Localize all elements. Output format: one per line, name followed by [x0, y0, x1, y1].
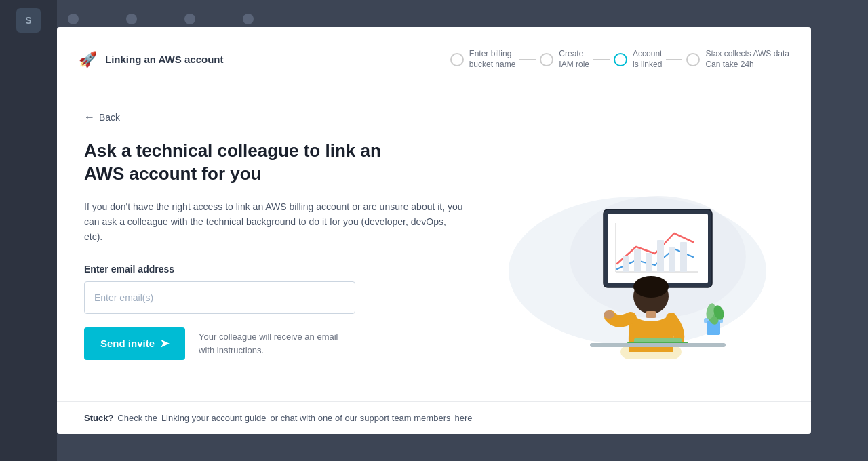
here-link[interactable]: here	[454, 413, 472, 423]
logo-text: S	[25, 15, 31, 26]
modal: 🚀 Linking an AWS account Enter billing b…	[57, 27, 811, 434]
svg-point-14	[604, 310, 614, 319]
svg-rect-7	[623, 256, 629, 272]
bg-dot-2	[126, 14, 137, 24]
step-4: Stax collects AWS data Can take 24h	[686, 49, 789, 70]
step-4-circle	[686, 53, 700, 66]
svg-rect-18	[646, 311, 656, 318]
step-2: Create IAM role	[540, 49, 589, 70]
right-column	[491, 140, 784, 388]
bg-dots	[68, 14, 254, 24]
svg-rect-26	[590, 343, 726, 347]
step-4-line2: Can take 24h	[705, 60, 789, 71]
step-2-line1: Create	[559, 49, 589, 60]
step-2-line2: IAM role	[559, 60, 589, 71]
page-description: If you don't have the right access to li…	[84, 199, 464, 245]
step-1-line2: bucket name	[469, 60, 516, 71]
send-icon: ➤	[160, 337, 169, 350]
step-3: Account is linked	[614, 49, 662, 70]
step-1-label: Enter billing bucket name	[469, 49, 516, 70]
header-title-area: 🚀 Linking an AWS account	[79, 51, 223, 68]
rocket-icon: 🚀	[79, 51, 97, 68]
svg-rect-11	[669, 247, 675, 272]
or-text: or chat with one of our support team mem…	[271, 413, 451, 423]
bg-dot-3	[184, 14, 195, 24]
back-arrow-icon: ←	[84, 111, 95, 123]
steps-nav: Enter billing bucket name Create IAM rol…	[450, 49, 789, 70]
svg-rect-8	[634, 249, 641, 272]
step-4-line1: Stax collects AWS data	[705, 49, 789, 60]
modal-body: ← Back Ask a technical colleague to link…	[57, 92, 811, 401]
step-3-line1: Account	[633, 49, 662, 60]
step-sep-1	[519, 59, 536, 60]
bg-dot-4	[243, 14, 254, 24]
illustration-svg	[522, 169, 753, 359]
step-sep-2	[593, 59, 610, 60]
step-3-line2: is linked	[633, 60, 662, 71]
stuck-label: Stuck?	[84, 413, 113, 423]
step-3-circle	[614, 53, 627, 66]
svg-point-17	[633, 276, 669, 298]
guide-link[interactable]: Linking your account guide	[161, 413, 267, 423]
email-label: Enter email address	[84, 264, 464, 275]
back-button[interactable]: ← Back	[84, 111, 120, 123]
heading-line1: Ask a technical colleague to link an	[84, 140, 381, 161]
heading-line2: AWS account for you	[84, 163, 261, 184]
step-1-circle	[450, 53, 464, 66]
header-title: Linking an AWS account	[105, 54, 223, 65]
step-2-label: Create IAM role	[559, 49, 589, 70]
bg-dot-1	[68, 14, 79, 24]
send-button-label: Send invite	[100, 338, 155, 349]
sidebar: S	[0, 0, 57, 461]
step-1-line1: Enter billing	[469, 49, 516, 60]
sidebar-logo[interactable]: S	[16, 8, 41, 33]
send-invite-button[interactable]: Send invite ➤	[84, 327, 185, 360]
modal-footer: Stuck? Check the Linking your account gu…	[57, 401, 811, 434]
content-area: Ask a technical colleague to link an AWS…	[84, 140, 784, 388]
back-label: Back	[99, 112, 120, 123]
svg-rect-9	[646, 253, 652, 272]
svg-rect-12	[680, 242, 687, 272]
left-column: Ask a technical colleague to link an AWS…	[84, 140, 464, 388]
svg-rect-10	[657, 240, 664, 272]
step-1: Enter billing bucket name	[450, 49, 516, 70]
page-heading: Ask a technical colleague to link an AWS…	[84, 140, 464, 186]
modal-header: 🚀 Linking an AWS account Enter billing b…	[57, 27, 811, 92]
email-input[interactable]	[84, 281, 355, 314]
step-4-label: Stax collects AWS data Can take 24h	[705, 49, 789, 70]
send-note: Your colleague will receive an email wit…	[199, 330, 348, 357]
step-2-circle	[540, 53, 553, 66]
send-row: Send invite ➤ Your colleague will receiv…	[84, 327, 464, 360]
step-sep-3	[666, 59, 682, 60]
step-3-label: Account is linked	[633, 49, 662, 70]
stuck-text: Check the	[117, 413, 157, 423]
